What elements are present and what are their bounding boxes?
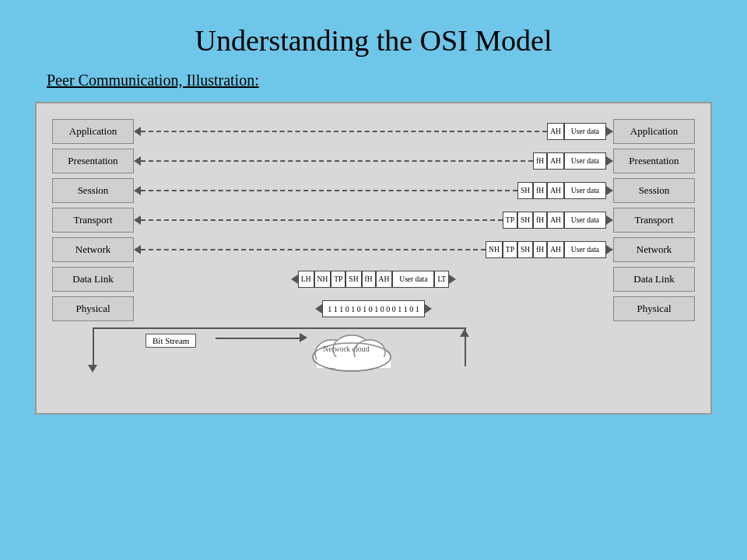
right-label-datalink: Data Link xyxy=(613,267,695,292)
dash-presentation xyxy=(141,160,533,162)
box-sh-dl: SH xyxy=(345,271,361,288)
box-ah-dl: AH xyxy=(376,271,393,288)
box-ah-trans: AH xyxy=(547,212,564,229)
right-label-transport: Transport xyxy=(613,208,695,233)
cloud-container: Network cloud xyxy=(309,327,402,377)
right-label-network: Network xyxy=(613,237,695,262)
layer-row-session: Session SH fH AH User data Session xyxy=(52,177,695,205)
arrow-left-session xyxy=(134,186,141,195)
box-tp-net: TP xyxy=(503,241,517,258)
dash-application xyxy=(141,131,547,132)
box-userdata-app: User data xyxy=(564,123,606,140)
right-label-presentation: Presentation xyxy=(613,149,695,173)
right-label-physical: Physical xyxy=(613,296,695,321)
stream-arrow-head xyxy=(300,333,307,342)
arrow-left-transport xyxy=(134,215,141,225)
arrow-left-physical xyxy=(315,304,322,313)
box-fh-sess: fH xyxy=(533,182,547,199)
dash-network xyxy=(141,249,486,250)
left-label-session: Session xyxy=(52,178,134,203)
middle-application: AH User data xyxy=(134,119,613,144)
layer-row-transport: Transport TP SH fH AH User data Transpor… xyxy=(52,206,695,234)
stream-arrow-line xyxy=(216,338,301,339)
arrow-left-presentation xyxy=(134,156,141,166)
middle-transport: TP SH fH AH User data xyxy=(134,208,613,233)
arrow-right-application xyxy=(606,127,613,136)
box-sh-sess: SH xyxy=(517,182,533,199)
middle-network: NH TP SH fH AH User data xyxy=(134,237,613,262)
diagram-container: Application AH User data Application Pre… xyxy=(35,102,712,415)
dash-session xyxy=(141,190,517,191)
box-userdata-dl: User data xyxy=(392,271,434,288)
arrow-left-application xyxy=(134,127,141,136)
left-label-transport: Transport xyxy=(52,208,134,233)
arrow-right-presentation xyxy=(606,156,613,166)
right-arrow-up xyxy=(460,329,469,337)
arrow-right-network xyxy=(606,245,613,254)
bit-stream-box: Bit Stream xyxy=(146,334,196,348)
box-fh-trans: fH xyxy=(533,212,547,229)
left-label-datalink: Data Link xyxy=(52,267,134,292)
arrow-left-network xyxy=(134,245,141,254)
box-userdata-trans: User data xyxy=(564,212,606,229)
page-title: Understanding the OSI Model xyxy=(0,0,747,72)
box-fh-pres: fH xyxy=(533,152,547,170)
box-userdata-pres: User data xyxy=(564,152,606,170)
box-tp-trans: TP xyxy=(503,212,517,229)
box-ah-sess: AH xyxy=(547,182,564,199)
right-label-application: Application xyxy=(613,119,695,144)
cloud-label: Network cloud xyxy=(323,345,370,353)
layer-row-network: Network NH TP SH fH AH User data Network xyxy=(52,236,695,264)
box-fh-net: fH xyxy=(533,241,547,258)
arrow-right-transport xyxy=(606,215,613,225)
box-lh-dl: LH xyxy=(298,271,314,288)
left-arrow-down xyxy=(88,365,97,373)
horizontal-line xyxy=(93,327,466,329)
middle-physical: 1 1 1 0 1 0 1 0 1 0 0 0 1 1 0 1 xyxy=(134,296,613,321)
left-label-presentation: Presentation xyxy=(52,149,134,173)
layer-row-datalink: Data Link LH NH TP SH fH AH User data LT… xyxy=(52,265,695,293)
layer-row-physical: Physical 1 1 1 0 1 0 1 0 1 0 0 0 1 1 0 1… xyxy=(52,295,695,323)
subtitle: Peer Communication, Illustration: xyxy=(47,72,747,89)
box-bits: 1 1 1 0 1 0 1 0 1 0 0 0 1 1 0 1 xyxy=(322,300,425,317)
box-nh-dl: NH xyxy=(314,271,331,288)
layer-row-presentation: Presentation fH AH User data Presentatio… xyxy=(52,147,695,175)
box-ah-net: AH xyxy=(547,241,564,258)
box-lt-dl: LT xyxy=(434,271,449,288)
box-userdata-net: User data xyxy=(564,241,606,258)
left-label-physical: Physical xyxy=(52,296,134,321)
box-ah-app: AH xyxy=(547,123,564,140)
left-down-line xyxy=(93,327,94,366)
box-nh-net: NH xyxy=(486,241,503,258)
box-sh-net: SH xyxy=(517,241,533,258)
middle-datalink: LH NH TP SH fH AH User data LT xyxy=(134,267,613,292)
arrow-right-session xyxy=(606,186,613,195)
left-label-application: Application xyxy=(52,119,134,144)
arrow-right-physical xyxy=(425,304,432,313)
middle-session: SH fH AH User data xyxy=(134,178,613,203)
box-ah-pres: AH xyxy=(547,152,564,170)
arrow-right-datalink xyxy=(449,275,456,284)
box-sh-trans: SH xyxy=(517,212,533,229)
box-fh-dl: fH xyxy=(362,271,376,288)
right-label-session: Session xyxy=(613,178,695,203)
layer-row-application: Application AH User data Application xyxy=(52,117,695,145)
box-userdata-sess: User data xyxy=(564,182,606,199)
arrow-left-datalink xyxy=(291,275,298,284)
left-label-network: Network xyxy=(52,237,134,262)
middle-presentation: fH AH User data xyxy=(134,149,613,173)
dash-transport xyxy=(141,219,503,221)
bottom-section: Bit Stream Network cloud xyxy=(52,327,695,390)
box-tp-dl: TP xyxy=(331,271,345,288)
